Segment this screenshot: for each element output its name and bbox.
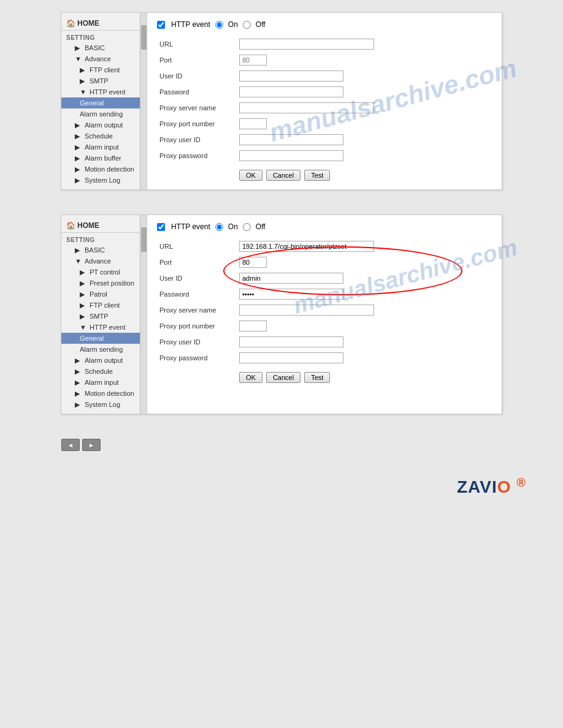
home-link-2[interactable]: 🏠 HOME	[61, 219, 147, 233]
advance-label-2: Advance	[85, 257, 111, 265]
sidebar-alarm-buffer-1[interactable]: ▶ Alarm buffer	[61, 153, 147, 164]
password-input-2[interactable]	[239, 289, 343, 300]
sidebar-http-2[interactable]: ▼ HTTP event	[61, 322, 147, 333]
ok-button-1[interactable]: OK	[239, 170, 262, 181]
sidebar-syslog-2[interactable]: ▶ System Log	[61, 399, 147, 410]
sidebar-preset-2[interactable]: ▶ Preset position	[61, 278, 147, 289]
proxy-userid-input-2[interactable]	[239, 336, 343, 347]
sidebar-motion-1[interactable]: ▶ Motion detection	[61, 164, 147, 175]
http-off-radio-1[interactable]	[243, 21, 251, 29]
setting-section-2: SETTING	[61, 233, 147, 245]
sidebar-smtp-2[interactable]: ▶ SMTP	[61, 311, 147, 322]
url-input-2[interactable]	[239, 241, 374, 252]
proxy-password-row-1: Proxy password	[157, 148, 492, 164]
brand-logo: ZAVIO ®	[457, 476, 526, 497]
form-table-1: URL Port User ID Password	[157, 36, 492, 164]
proxy-password-input-1[interactable]	[239, 150, 343, 161]
syslog-label-1: System Log	[85, 176, 120, 184]
sidebar-alarm-output-2[interactable]: ▶ Alarm output	[61, 355, 147, 366]
cancel-button-1[interactable]: Cancel	[266, 170, 301, 181]
basic-label-1: BASIC	[85, 44, 105, 51]
userid-input-2[interactable]	[239, 273, 343, 284]
port-input-2[interactable]	[239, 257, 267, 268]
home-label-2: HOME	[77, 221, 99, 230]
ok-button-2[interactable]: OK	[239, 372, 262, 383]
patrol-label-2: Patrol	[90, 290, 107, 298]
proxy-port-row-2: Proxy port number	[157, 318, 492, 334]
sidebar-smtp-1[interactable]: ▶ SMTP	[61, 75, 147, 86]
sidebar-basic-1[interactable]: ▶ BASIC	[61, 42, 147, 53]
http-event-checkbox-1[interactable]	[157, 21, 165, 29]
sidebar-advance-2[interactable]: ▼ Advance	[61, 256, 147, 267]
sidebar-motion-2[interactable]: ▶ Motion detection	[61, 388, 147, 399]
sidebar-syslog-1[interactable]: ▶ System Log	[61, 175, 147, 186]
sidebar-schedule-1[interactable]: ▶ Schedule	[61, 131, 147, 142]
home-link-1[interactable]: 🏠 HOME	[61, 17, 147, 31]
proxy-userid-row-1: Proxy user ID	[157, 132, 492, 148]
pt-label-2: PT control	[90, 268, 120, 276]
http-event-label-1: HTTP event	[171, 20, 210, 29]
proxy-password-input-2[interactable]	[239, 352, 343, 363]
sidebar-alarm-output-1[interactable]: ▶ Alarm output	[61, 119, 147, 131]
http-on-radio-1[interactable]	[215, 21, 223, 29]
http-label-2: HTTP event	[90, 324, 126, 331]
http-on-radio-2[interactable]	[215, 223, 223, 231]
test-button-1[interactable]: Test	[304, 170, 330, 181]
scrollbar-thumb-2[interactable]	[141, 227, 147, 252]
sidebar-advance-1[interactable]: ▼ Advance	[61, 53, 147, 64]
proxy-password-label-2: Proxy password	[157, 350, 237, 366]
nav-next-btn[interactable]: ►	[82, 439, 101, 451]
button-row-2: OK Cancel Test	[157, 372, 492, 383]
sidebar-alarm-sending-2[interactable]: Alarm sending	[61, 344, 147, 355]
motion-label-2: Motion detection	[85, 390, 134, 397]
panel-2: 🏠 HOME SETTING ▶ BASIC ▼ Advance ▶ PT co…	[61, 214, 502, 414]
cancel-button-2[interactable]: Cancel	[266, 372, 301, 383]
http-event-checkbox-2[interactable]	[157, 223, 165, 231]
http-event-header-1: HTTP event On Off	[157, 20, 492, 29]
arrow-down-icon-2: ▼	[75, 257, 82, 265]
port-label-2: Port	[157, 254, 237, 270]
test-button-2[interactable]: Test	[304, 372, 330, 383]
port-input-1[interactable]	[239, 55, 267, 66]
arrow-icon-md2: ▶	[75, 390, 82, 397]
brand-zav: ZAVI	[457, 477, 497, 496]
password-label-2: Password	[157, 286, 237, 302]
sidebar-general-2[interactable]: General	[61, 333, 147, 344]
on-label-1: On	[228, 20, 238, 29]
proxy-server-label-1: Proxy server name	[157, 100, 237, 116]
setting-section-1: SETTING	[61, 31, 147, 42]
home-icon-1: 🏠	[66, 19, 75, 28]
home-icon-2: 🏠	[66, 221, 75, 230]
nav-prev-btn[interactable]: ◄	[61, 439, 80, 451]
sidebar-schedule-2[interactable]: ▶ Schedule	[61, 366, 147, 377]
password-label-1: Password	[157, 84, 237, 100]
proxy-server-input-2[interactable]	[239, 305, 374, 316]
url-row-1: URL	[157, 36, 492, 52]
userid-input-1[interactable]	[239, 70, 343, 82]
scrollbar-thumb-1[interactable]	[141, 25, 147, 50]
sidebar-alarm-input-1[interactable]: ▶ Alarm input	[61, 142, 147, 153]
sidebar-patrol-2[interactable]: ▶ Patrol	[61, 289, 147, 300]
proxy-server-input-1[interactable]	[239, 102, 374, 113]
proxy-port-input-2[interactable]	[239, 320, 267, 332]
http-event-header-2: HTTP event On Off	[157, 222, 492, 231]
sidebar-pt-2[interactable]: ▶ PT control	[61, 267, 147, 278]
sidebar-ftp-2[interactable]: ▶ FTP client	[61, 300, 147, 311]
sidebar-basic-2[interactable]: ▶ BASIC	[61, 245, 147, 256]
arrow-icon-ftp2: ▶	[80, 301, 87, 309]
sidebar-alarm-input-2[interactable]: ▶ Alarm input	[61, 377, 147, 388]
sidebar-general-1[interactable]: General	[61, 97, 147, 108]
password-input-1[interactable]	[239, 86, 343, 97]
sidebar-ftp-1[interactable]: ▶ FTP client	[61, 64, 147, 75]
button-row-1: OK Cancel Test	[157, 170, 492, 181]
http-off-radio-2[interactable]	[243, 223, 251, 231]
sidebar-http-1[interactable]: ▼ HTTP event	[61, 86, 147, 97]
proxy-server-row-1: Proxy server name	[157, 100, 492, 116]
arrow-icon-sl: ▶	[75, 176, 82, 184]
proxy-userid-input-1[interactable]	[239, 134, 343, 145]
url-input-1[interactable]	[239, 39, 374, 50]
proxy-port-input-1[interactable]	[239, 118, 267, 129]
proxy-port-row-1: Proxy port number	[157, 116, 492, 132]
alarm-input-label-2: Alarm input	[85, 379, 119, 386]
sidebar-alarm-sending-1[interactable]: Alarm sending	[61, 108, 147, 119]
